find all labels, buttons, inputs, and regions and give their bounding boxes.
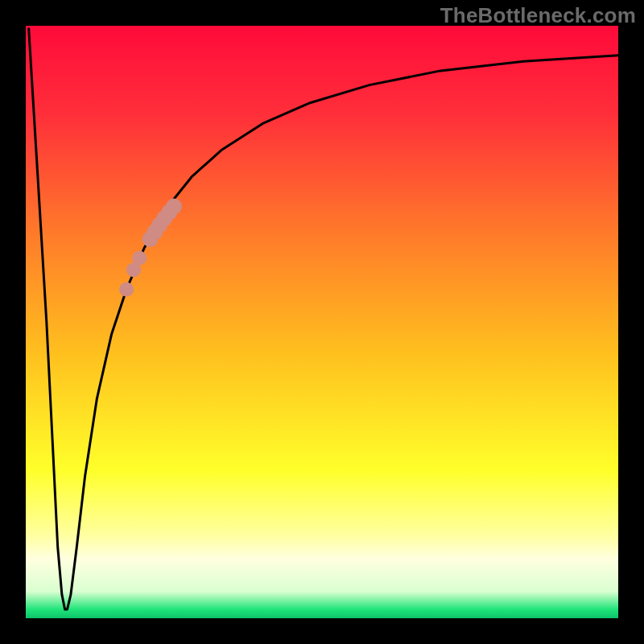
chart-stage: TheBottleneck.com [0,0,644,644]
bottleneck-chart [0,0,644,644]
highlight-dot [119,283,134,297]
watermark-label: TheBottleneck.com [440,3,636,28]
highlight-dot [126,262,141,277]
highlight-dot [166,199,182,215]
